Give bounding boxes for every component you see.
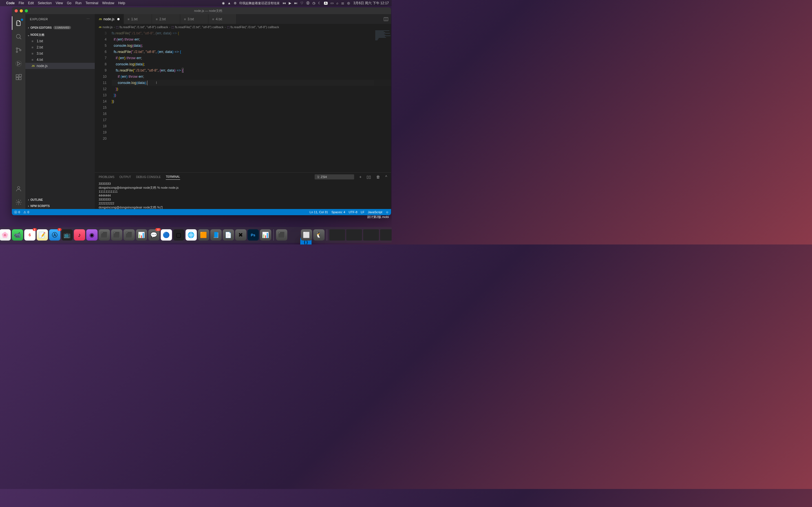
folder-section[interactable]: ⌄ NODE文档: [26, 32, 95, 38]
dock-calendar-icon[interactable]: 61: [24, 229, 36, 240]
terminal-selector[interactable]: 1: zsh: [315, 174, 354, 179]
dock-tv-icon[interactable]: 📺: [61, 229, 73, 240]
media-next-icon[interactable]: ⏭: [294, 1, 297, 5]
tab-node-js[interactable]: JS node.js: [95, 14, 124, 24]
dock-app-icon[interactable]: 📊: [136, 229, 147, 240]
status-encoding[interactable]: UTF-8: [349, 210, 357, 214]
npm-scripts-section[interactable]: › NPM SCRIPTS: [26, 203, 95, 209]
panel-tab-problems[interactable]: PROBLEMS: [99, 174, 114, 180]
g-icon[interactable]: ⓖ: [306, 1, 310, 6]
panel-tab-terminal[interactable]: TERMINAL: [166, 174, 180, 180]
dock-app-icon[interactable]: ⬛: [111, 229, 122, 240]
menu-help[interactable]: Help: [118, 1, 125, 5]
dock-app-icon[interactable]: ✖: [235, 229, 246, 240]
dock-podcasts-icon[interactable]: ◉: [86, 229, 98, 240]
dock-facetime-icon[interactable]: 📹: [12, 229, 23, 240]
heart-icon[interactable]: ♡: [300, 1, 303, 5]
activity-account-icon[interactable]: [12, 182, 26, 195]
breadcrumb-item[interactable]: fs.readFile("./2.txt", "utf-8") callback: [175, 25, 223, 29]
moon-icon[interactable]: ☾: [318, 1, 321, 5]
dock-window-thumb[interactable]: [363, 229, 379, 240]
record-icon[interactable]: ◉: [222, 1, 225, 5]
dock-app-icon[interactable]: ⬛: [123, 229, 135, 240]
dock-app-icon[interactable]: ⬛: [276, 229, 287, 240]
file-item[interactable]: ≡3.txt: [26, 50, 95, 57]
dock-window-thumb[interactable]: [380, 229, 392, 240]
tab-2-txt[interactable]: ≡2.txt: [152, 14, 180, 24]
status-indent[interactable]: Spaces: 4: [331, 210, 345, 214]
split-editor-icon[interactable]: [381, 14, 391, 24]
notification-icon[interactable]: ▲: [227, 1, 231, 5]
code-content[interactable]: fs.readFile("./1.txt", "utf-8", (err, da…: [112, 30, 391, 172]
terminal-output[interactable]: 3333333 dongxincong@dongxinongdeair node…: [95, 181, 391, 209]
open-editors-section[interactable]: › OPEN EDITORS 1 UNSAVED: [26, 24, 95, 31]
tab-1-txt[interactable]: ≡1.txt: [124, 14, 152, 24]
menu-edit[interactable]: Edit: [28, 1, 34, 5]
split-terminal-icon[interactable]: ▯▯: [366, 175, 371, 179]
close-window-button[interactable]: [15, 9, 18, 12]
dock-music-icon[interactable]: ♪: [74, 229, 85, 240]
input-method-icon[interactable]: A: [324, 2, 327, 5]
menu-view[interactable]: View: [56, 1, 63, 5]
control-center-icon[interactable]: ⚌: [341, 1, 344, 5]
activity-source-control-icon[interactable]: [12, 43, 26, 57]
status-errors[interactable]: ⓧ 0: [14, 210, 20, 214]
breadcrumb[interactable]: JS node.js › ⬚ fs.readFile("./1.txt", "u…: [95, 24, 391, 30]
battery-icon[interactable]: ▭: [331, 1, 334, 5]
media-play-icon[interactable]: ▶: [289, 1, 291, 5]
minimize-window-button[interactable]: [20, 9, 23, 12]
maximize-window-button[interactable]: [25, 9, 28, 12]
activity-search-icon[interactable]: [12, 30, 26, 43]
dock-app-icon[interactable]: ⬜: [301, 229, 312, 240]
dock-appstore-icon[interactable]: Ⓐ1: [49, 229, 60, 240]
status-warnings[interactable]: ⚠ 0: [23, 210, 29, 214]
file-item-active[interactable]: JSnode.js: [26, 63, 95, 69]
menu-window[interactable]: Window: [102, 1, 114, 5]
status-language[interactable]: JavaScript: [368, 210, 382, 214]
tab-3-txt[interactable]: ≡3.txt: [180, 14, 208, 24]
dock-app-icon[interactable]: 📊: [260, 229, 271, 240]
maximize-panel-icon[interactable]: ^: [385, 175, 387, 179]
panel-tab-output[interactable]: OUTPUT: [119, 174, 131, 180]
status-cursor-pos[interactable]: Ln 11, Col 31: [310, 210, 328, 214]
dock-terminal-icon[interactable]: ▢: [173, 229, 185, 240]
kill-terminal-icon[interactable]: 🗑: [376, 175, 380, 179]
code-editor[interactable]: 3 4567 891011 12131415 1617181920 fs.rea…: [95, 30, 391, 172]
breadcrumb-item[interactable]: node.js: [103, 25, 112, 29]
dock-qq-icon[interactable]: 🐧: [313, 229, 324, 240]
dock-app-icon[interactable]: 📘: [210, 229, 221, 240]
dock-wechat-icon[interactable]: 💬12: [148, 229, 160, 240]
media-prev-icon[interactable]: ⏮: [283, 1, 286, 5]
menu-selection[interactable]: Selection: [38, 1, 52, 5]
desktop-file-label[interactable]: 设计第2版.mobi: [367, 215, 389, 219]
dock-chrome-icon[interactable]: 🔵: [161, 229, 172, 240]
status-eol[interactable]: LF: [361, 210, 364, 214]
sidebar-more-icon[interactable]: ⋯: [87, 17, 90, 21]
file-item[interactable]: ≡4.txt: [26, 57, 95, 63]
file-item[interactable]: ≡1.txt: [26, 38, 95, 44]
status-feedback-icon[interactable]: ☺: [386, 210, 389, 214]
app-name[interactable]: Code: [6, 1, 15, 5]
activity-settings-icon[interactable]: [12, 195, 26, 209]
creative-cloud-icon[interactable]: ⊚: [234, 1, 237, 5]
spotlight-icon[interactable]: ⌕: [336, 1, 338, 5]
menu-terminal[interactable]: Terminal: [86, 1, 98, 5]
breadcrumb-item[interactable]: fs.readFile("./3.txt", "utf-8") callback: [231, 25, 279, 29]
dock-window-thumb[interactable]: [346, 229, 362, 240]
clock-icon[interactable]: ◷: [312, 1, 315, 5]
dock-photoshop-icon[interactable]: Ps: [248, 229, 259, 240]
file-item[interactable]: ≡2.txt: [26, 44, 95, 50]
activity-debug-icon[interactable]: [12, 57, 26, 70]
menu-file[interactable]: File: [18, 1, 24, 5]
dock-window-thumb[interactable]: [329, 229, 345, 240]
menu-go[interactable]: Go: [67, 1, 71, 5]
dock-app-icon[interactable]: 📄: [223, 229, 234, 240]
menubar-clock[interactable]: 3月6日 周六 下午 12:17: [354, 1, 389, 6]
breadcrumb-item[interactable]: fs.readFile("./1.txt", "utf-8") callback: [119, 25, 168, 29]
dock-photos-icon[interactable]: 🌸: [0, 229, 11, 240]
dock-notes-icon[interactable]: 📝: [37, 229, 48, 240]
dock-chrome-icon[interactable]: 🌐: [186, 229, 197, 240]
dock-app-icon[interactable]: 🟧: [198, 229, 209, 240]
minimap[interactable]: [374, 30, 391, 172]
siri-icon[interactable]: ◎: [347, 1, 350, 5]
